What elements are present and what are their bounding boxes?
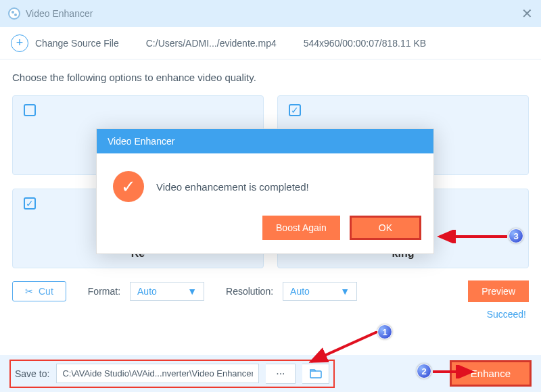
resolution-label: Resolution: xyxy=(226,286,273,297)
resolution-value: Auto xyxy=(290,286,310,297)
checkbox-icon[interactable] xyxy=(24,104,36,116)
browse-button[interactable]: ··· xyxy=(266,364,296,384)
controls-row: ✂ Cut Format: Auto ▼ Resolution: Auto ▼ … xyxy=(12,280,529,302)
svg-point-0 xyxy=(11,11,14,14)
app-logo-icon xyxy=(8,7,20,20)
open-folder-button[interactable] xyxy=(302,364,329,384)
source-path: C:/Users/ADMI.../evidente.mp4 xyxy=(146,38,277,49)
annotation-badge-2: 2 xyxy=(417,364,431,378)
scissors-icon: ✂ xyxy=(25,286,33,297)
app-title: Video Enhancer xyxy=(26,8,93,19)
source-bar: + Change Source File C:/Users/ADMI.../ev… xyxy=(0,27,541,59)
annotation-badge-3: 3 xyxy=(509,228,523,243)
source-info: 544x960/00:00:07/818.11 KB xyxy=(304,38,426,49)
svg-rect-2 xyxy=(310,371,321,378)
checkbox-icon[interactable] xyxy=(24,197,36,210)
preview-button[interactable]: Preview xyxy=(468,280,529,302)
annotation-badge-1: 1 xyxy=(377,324,392,339)
format-label: Format: xyxy=(88,286,120,297)
dialog-actions: Boost Again OK xyxy=(97,216,433,253)
instruction-text: Choose the following options to enhance … xyxy=(12,72,529,83)
save-path-input[interactable] xyxy=(56,364,259,383)
dialog-message: Video enhancement is completed! xyxy=(156,181,309,193)
format-dropdown[interactable]: Auto ▼ xyxy=(130,282,204,301)
plus-icon: + xyxy=(11,34,28,52)
cut-button[interactable]: ✂ Cut xyxy=(12,281,66,301)
caret-down-icon: ▼ xyxy=(187,286,197,297)
save-to-label: Save to: xyxy=(15,368,49,379)
boost-again-button[interactable]: Boost Again xyxy=(262,216,340,240)
change-source-button[interactable]: + Change Source File xyxy=(11,34,119,52)
ok-button[interactable]: OK xyxy=(350,216,421,240)
save-group: Save to: ··· xyxy=(9,360,335,388)
caret-down-icon: ▼ xyxy=(340,286,350,297)
folder-icon xyxy=(310,369,322,378)
succeed-text: Succeed! xyxy=(12,309,529,320)
change-source-label: Change Source File xyxy=(35,38,119,49)
dialog-title: Video Enhancer xyxy=(97,129,433,153)
bottom-bar: Save to: ··· Enhance xyxy=(0,355,541,392)
svg-point-1 xyxy=(14,14,17,16)
title-bar: Video Enhancer ✕ xyxy=(0,0,541,27)
close-icon[interactable]: ✕ xyxy=(521,5,533,22)
cut-label: Cut xyxy=(39,286,53,297)
check-circle-icon: ✓ xyxy=(113,171,144,202)
checkbox-icon[interactable] xyxy=(289,104,301,116)
dialog-body: ✓ Video enhancement is completed! xyxy=(97,153,433,216)
format-value: Auto xyxy=(137,286,157,297)
enhance-button[interactable]: Enhance xyxy=(450,360,532,387)
resolution-dropdown[interactable]: Auto ▼ xyxy=(283,282,357,301)
completion-dialog: Video Enhancer ✓ Video enhancement is co… xyxy=(96,128,434,254)
